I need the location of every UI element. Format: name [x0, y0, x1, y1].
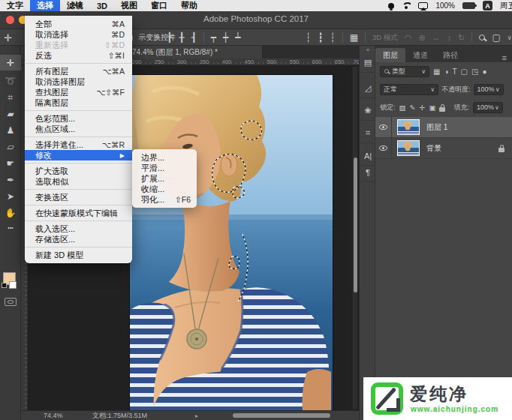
lock-transparent-pixels-icon[interactable]: ▨	[399, 104, 406, 112]
filter-shape-layers-icon[interactable]: ▢	[461, 68, 468, 76]
submenu-item-feather[interactable]: 羽化...⇧F6	[132, 194, 197, 205]
menu-item-deselect-layers[interactable]: 取消选择图层	[25, 76, 132, 87]
lock-artboard-icon[interactable]: ▣	[429, 104, 435, 112]
layer-filter-select[interactable]: 类型 ∨	[380, 66, 429, 77]
menu-item-modify[interactable]: 修改▶	[25, 150, 132, 160]
layer-thumbnail[interactable]	[397, 119, 420, 135]
align-top-icon[interactable]: ┠	[167, 33, 172, 42]
opacity-field[interactable]: 100% ∨	[474, 84, 504, 95]
blend-mode-select[interactable]: 正常 ∨	[380, 84, 438, 95]
layer-visibility-cell[interactable]	[375, 117, 392, 138]
path-select-tool-button[interactable]: ➤	[0, 188, 21, 204]
vertical-scrollbar-thumb[interactable]	[354, 158, 357, 292]
paragraph-panel-icon[interactable]: ¶	[360, 163, 376, 182]
clone-stamp-tool-button[interactable]: ♟	[0, 122, 21, 138]
pen-tool-button[interactable]: ✒	[0, 172, 21, 188]
menu-item-grow[interactable]: 扩大选取	[25, 166, 132, 176]
submenu-item-expand[interactable]: 扩展...	[132, 173, 197, 184]
filter-toggle-icon[interactable]: ●	[483, 68, 487, 76]
menu-item-load-selection[interactable]: 载入选区...	[25, 224, 132, 234]
menubar-item-select[interactable]: 选择	[30, 0, 60, 11]
vertical-scrollbar[interactable]	[352, 67, 357, 409]
layer-visibility-cell[interactable]	[375, 138, 392, 159]
eye-icon[interactable]	[379, 146, 387, 151]
tab-layers[interactable]: 图层	[375, 48, 405, 62]
align-bottom-icon[interactable]: ┨	[191, 33, 196, 42]
lock-position-icon[interactable]: ✛	[419, 104, 425, 112]
lock-all-icon[interactable]	[439, 107, 445, 112]
quick-mask-button[interactable]	[5, 298, 17, 306]
menu-item-isolate-layers[interactable]: 隔离图层	[25, 98, 132, 108]
lasso-tool-button[interactable]: ➰	[0, 73, 21, 88]
photo-image[interactable]	[130, 75, 333, 410]
background-color-swatch[interactable]	[9, 281, 17, 289]
layer-name[interactable]: 图层 1	[426, 122, 447, 133]
fill-field[interactable]: 100% ∨	[473, 102, 503, 113]
zoom-tool-icon[interactable]	[479, 34, 485, 40]
crop-tool-button[interactable]: ⌗	[0, 89, 21, 105]
distribute-bottom-icon[interactable]: ┆	[330, 33, 335, 42]
menu-item-save-selection[interactable]: 存储选区...	[25, 234, 132, 244]
zoom-level-field[interactable]: 74.4%	[44, 412, 63, 419]
filter-pixel-layers-icon[interactable]: ▦	[433, 68, 440, 76]
submenu-item-border[interactable]: 边界...	[132, 152, 197, 163]
horizontal-scrollbar-thumb[interactable]	[233, 413, 330, 418]
curves-panel-icon[interactable]: ◿	[360, 79, 376, 98]
menu-item-inverse[interactable]: 反选⇧⌘I	[25, 50, 132, 61]
healing-brush-tool-button[interactable]: ▰	[0, 106, 21, 122]
filter-adjustment-layers-icon[interactable]: ◑	[444, 68, 448, 76]
menu-item-edit-in-quick-mask[interactable]: 在快速蒙版模式下编辑	[25, 208, 132, 218]
layer-row-background[interactable]: 背景	[375, 138, 512, 159]
menubar-item-help[interactable]: 帮助	[174, 0, 204, 11]
input-source-icon[interactable]: A	[483, 1, 492, 10]
menu-item-similar[interactable]: 选取相似	[25, 176, 132, 187]
tab-paths[interactable]: 路径	[435, 48, 465, 62]
menubar-item-type[interactable]: 文字	[0, 0, 30, 11]
display-mirroring-icon[interactable]	[418, 2, 428, 9]
align-left-icon[interactable]: ┯	[211, 33, 216, 42]
menu-item-new-3d-extrusion[interactable]: 新建 3D 模型	[25, 250, 132, 260]
align-right-icon[interactable]: ┷	[235, 33, 240, 42]
menubar-clock[interactable]: 周五	[500, 1, 512, 11]
eye-icon[interactable]	[379, 124, 387, 130]
menu-item-deselect[interactable]: 取消选择⌘D	[25, 29, 132, 40]
layer-name[interactable]: 背景	[426, 143, 441, 154]
menubar-item-3d[interactable]: 3D	[90, 0, 114, 11]
filter-smart-object-icon[interactable]: ◳	[471, 68, 478, 76]
info-panel-icon[interactable]: ⌗	[360, 124, 376, 143]
eraser-tool-button[interactable]: ▱	[0, 139, 21, 154]
submenu-item-smooth[interactable]: 平滑...	[132, 163, 197, 173]
hand-tool-button[interactable]: ✋	[0, 205, 21, 220]
filter-type-layers-icon[interactable]: T	[453, 68, 457, 76]
distribute-vcenter-icon[interactable]: ┇	[318, 33, 323, 42]
default-colors-icon[interactable]	[2, 283, 7, 288]
menu-item-transform-selection[interactable]: 变换选区	[25, 192, 132, 202]
screen-mode-icon[interactable]: ▢	[492, 33, 500, 42]
status-options-arrow-icon[interactable]: ▸	[195, 412, 198, 419]
layer-row-layer1[interactable]: 图层 1	[375, 117, 512, 138]
notification-bell-icon[interactable]	[388, 3, 394, 9]
submenu-item-contract[interactable]: 收缩...	[132, 184, 197, 194]
menu-item-focus-area[interactable]: 焦点区域...	[25, 124, 132, 134]
distribute-spacing-icon[interactable]: ▦	[350, 33, 358, 42]
screen-mode-chevron-icon[interactable]: ∨	[507, 34, 512, 41]
menubar-item-filter[interactable]: 滤镜	[60, 0, 90, 11]
align-vcenter-icon[interactable]: ╂	[179, 33, 184, 42]
move-tool-button[interactable]: ✛	[0, 55, 21, 70]
menu-item-select-all[interactable]: 全部⌘A	[25, 19, 132, 29]
properties-panel-icon[interactable]: ▤	[360, 53, 376, 73]
menu-item-color-range[interactable]: 色彩范围...	[25, 113, 132, 124]
lock-image-pixels-icon[interactable]: ✎	[410, 104, 416, 112]
align-hcenter-icon[interactable]: ┿	[223, 33, 228, 42]
tab-channels[interactable]: 通道	[405, 48, 435, 62]
shapes-panel-icon[interactable]: ❀	[360, 101, 376, 121]
edit-toolbar-button[interactable]: •••	[0, 220, 21, 236]
distribute-top-icon[interactable]: ┆	[306, 33, 311, 42]
menubar-item-view[interactable]: 视图	[114, 0, 144, 11]
menu-item-all-layers[interactable]: 所有图层⌥⌘A	[25, 66, 132, 76]
panel-menu-icon[interactable]: ≡	[497, 53, 512, 62]
collapse-panels-icon[interactable]: «	[360, 46, 376, 53]
menubar-item-window[interactable]: 窗口	[144, 0, 174, 11]
menu-item-find-layers[interactable]: 查找图层⌥⇧⌘F	[25, 87, 132, 98]
wifi-icon[interactable]	[402, 2, 411, 9]
